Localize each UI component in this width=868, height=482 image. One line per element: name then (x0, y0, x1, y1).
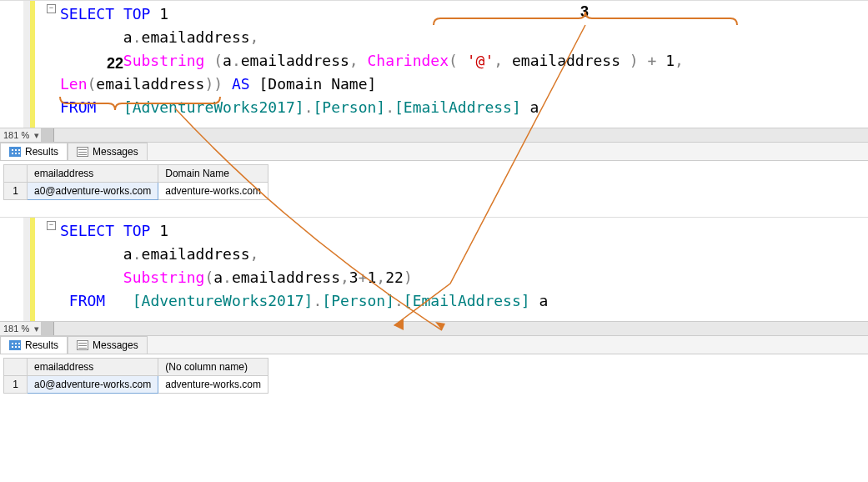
comma3: , (494, 52, 503, 69)
comma-b1: , (250, 245, 259, 263)
db-name: [AdventureWorks2017] (123, 98, 304, 116)
alias-a2: a (223, 52, 232, 69)
zoom-dropdown-icon-b[interactable]: ▾ (33, 324, 41, 334)
fn-charindex: Charindex (368, 52, 449, 69)
sql-editor-top: − SELECT TOP 1 a.emailaddress, Substring… (0, 0, 868, 128)
tab-results[interactable]: Results (0, 143, 68, 160)
zoom-bar-bottom: 181 % ▾ (0, 321, 868, 336)
schema-name: [Person] (313, 98, 385, 116)
col-email-b1: emailaddress (142, 245, 250, 263)
op-plus: + (648, 52, 657, 69)
code-area-top[interactable]: SELECT TOP 1 a.emailaddress, Substring (… (33, 1, 868, 128)
col-header-domain[interactable]: Domain Name (158, 165, 268, 183)
horizontal-scrollbar-b[interactable] (41, 322, 868, 335)
comma: , (250, 28, 259, 46)
collapse-toggle-b[interactable]: − (47, 221, 56, 230)
alias-domain: [Domain Name] (258, 75, 376, 93)
fn-len: Len (60, 75, 88, 93)
alias-a-b: a (123, 245, 133, 263)
lit-3: 3 (349, 269, 359, 286)
messages-icon (77, 147, 88, 157)
tab-results-label: Results (25, 146, 58, 158)
results-pane-top: emailaddress Domain Name 1 a0@adventure-… (0, 161, 868, 217)
zoom-bar-top: 181 % ▾ (0, 128, 868, 143)
alias-a3: a (530, 98, 539, 116)
rparen2: ) (630, 52, 639, 69)
alias-a-b3: a (539, 292, 548, 309)
zoom-dropdown-icon[interactable]: ▾ (33, 130, 41, 141)
dot-b1: . (133, 245, 142, 263)
kw-as: AS (232, 75, 250, 93)
results-table-bottom[interactable]: emailaddress (No column name) 1 a0@adven… (3, 358, 268, 394)
tab-messages-label: Messages (93, 146, 138, 158)
lparen2: ( (449, 52, 458, 69)
results-icon (9, 147, 21, 157)
cell-nocol[interactable]: adventure-works.com (158, 376, 268, 394)
lit-22: 22 (385, 269, 404, 286)
schema-b: [Person] (322, 292, 394, 309)
horizontal-scrollbar[interactable] (41, 128, 868, 142)
editor-gutter-b (0, 218, 33, 321)
kw-from-b: FROM (69, 292, 105, 309)
tab-messages-label-b: Messages (93, 339, 138, 351)
results-tabs-top: Results Messages (0, 143, 868, 161)
rparen4: ) (213, 75, 223, 93)
tab-results-label-b: Results (25, 339, 58, 351)
comma-b2: , (340, 269, 349, 286)
lit-1b: 1 (665, 52, 675, 69)
lparen: ( (213, 52, 223, 69)
dot-b3: . (313, 292, 322, 309)
row-number: 1 (4, 183, 28, 200)
sql-editor-bottom: − SELECT TOP 1 a.emailaddress, Substring… (0, 217, 868, 321)
tab-results-b[interactable]: Results (0, 336, 68, 354)
results-icon-b (9, 340, 21, 350)
tab-messages[interactable]: Messages (68, 143, 148, 160)
col-email-b2: emailaddress (232, 269, 340, 286)
comma-b3: , (376, 269, 385, 286)
rownum-header (4, 165, 28, 183)
lit-1-b2: 1 (368, 269, 377, 286)
table-header-row: emailaddress Domain Name (4, 165, 268, 183)
table-row-b[interactable]: 1 a0@adventure-works.com adventure-works… (4, 376, 268, 394)
results-tabs-bottom: Results Messages (0, 336, 868, 354)
zoom-level-b[interactable]: 181 % (0, 324, 33, 334)
fn-substring: Substring (123, 52, 205, 69)
col-header-email[interactable]: emailaddress (28, 165, 158, 183)
kw-from: FROM (60, 98, 96, 116)
alias-a: a (123, 28, 133, 46)
cell-domain[interactable]: adventure-works.com (158, 183, 268, 200)
col-email4: emailaddress (96, 75, 204, 93)
results-pane-bottom: emailaddress (No column name) 1 a0@adven… (0, 354, 868, 410)
db-name-b: [AdventureWorks2017] (133, 292, 314, 309)
kw-select-b: SELECT (60, 222, 114, 239)
lparen3: ( (88, 75, 97, 93)
dot-b4: . (394, 292, 404, 309)
table-b: [EmailAddress] (404, 292, 530, 309)
col-header-email-b[interactable]: emailaddress (28, 359, 158, 376)
tab-messages-b[interactable]: Messages (68, 336, 148, 354)
results-table-top[interactable]: emailaddress Domain Name 1 a0@adventure-… (3, 164, 268, 200)
lit-1: 1 (159, 5, 168, 23)
lit-1-b: 1 (159, 222, 168, 239)
comma2: , (349, 52, 359, 69)
col-email3: emailaddress (512, 52, 620, 69)
fn-substring-b: Substring (123, 269, 205, 286)
table-row[interactable]: 1 a0@adventure-works.com adventure-works… (4, 183, 268, 200)
code-area-bottom[interactable]: SELECT TOP 1 a.emailaddress, Substring(a… (33, 218, 868, 321)
collapse-toggle[interactable]: − (47, 4, 56, 13)
cell-email[interactable]: a0@adventure-works.com (28, 183, 158, 200)
comma4: , (675, 52, 684, 69)
table-header-row-b: emailaddress (No column name) (4, 359, 268, 376)
dot4: . (385, 98, 394, 116)
dot3: . (304, 98, 314, 116)
rparen-b1: ) (404, 269, 413, 286)
zoom-level[interactable]: 181 % (0, 130, 33, 140)
col-email2: emailaddress (241, 52, 349, 69)
col-header-nocol[interactable]: (No column name) (158, 359, 268, 376)
editor-gutter (0, 1, 33, 128)
dot-b2: . (223, 269, 232, 286)
messages-icon-b (77, 340, 88, 350)
rownum-header-b (4, 359, 28, 376)
cell-email-b[interactable]: a0@adventure-works.com (28, 376, 158, 394)
dot: . (133, 28, 142, 46)
